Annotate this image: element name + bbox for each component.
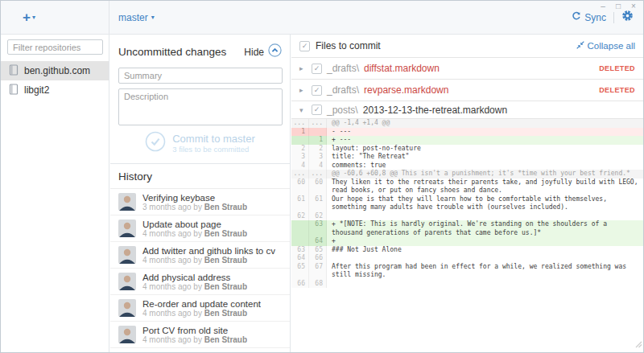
- repo-icon: [9, 64, 19, 78]
- diff-line: 3 3 title: "The Retreat": [291, 153, 643, 162]
- toolbar: + ▾ master ▾ Sync: [1, 1, 643, 35]
- changes-panel: ✓ Files to commit Collapse all ▸ ✓ _draf…: [291, 35, 643, 352]
- settings-button[interactable]: [621, 10, 634, 25]
- commit-title: Verifying keybase: [142, 193, 247, 203]
- history-section: History Verifying keybase 3 months ago b…: [110, 163, 290, 352]
- commit-text: Add headshot for public consumption 5 mo…: [142, 352, 282, 353]
- avatar: [118, 246, 136, 264]
- diff-new-line-number: 65: [309, 246, 327, 255]
- commit-when: 4 months ago by: [142, 282, 202, 291]
- file-status-badge: DELETED: [599, 64, 635, 72]
- window-controls: – □ ×: [599, 2, 638, 11]
- diff-new-line-number: 1: [309, 136, 327, 145]
- diff-line: 64 +: [291, 237, 643, 246]
- sidebar-repository-item[interactable]: ben.github.com: [1, 61, 109, 80]
- toolbar-center: master ▾: [109, 1, 291, 34]
- file-checkbox[interactable]: ✓: [312, 105, 322, 115]
- branch-selector[interactable]: master ▾: [118, 12, 155, 23]
- sidebar-repository-item[interactable]: libgit2: [1, 80, 109, 100]
- commit-meta: 4 months ago by Ben Straub: [142, 229, 247, 238]
- file-status-badge: DELETED: [599, 86, 635, 94]
- diff-line-text: @@ -1,4 +1,4 @@: [327, 119, 643, 128]
- diff-old-line-number: 61: [291, 195, 309, 212]
- toolbar-left: + ▾: [1, 1, 109, 34]
- commit-button-subtext: 3 files to be committed: [172, 145, 249, 154]
- history-item[interactable]: Add twitter and github links to cv 4 mon…: [110, 242, 290, 269]
- add-repository-button[interactable]: + ▾: [23, 12, 35, 23]
- close-icon[interactable]: ×: [630, 2, 638, 11]
- diff-new-line-number: 2: [309, 145, 327, 154]
- commit-meta: 3 months ago by Ben Straub: [142, 203, 247, 211]
- file-row[interactable]: ▸ ✓ _drafts\ revparse.markdown DELETED: [291, 80, 643, 101]
- history-item[interactable]: Re-order and update content 4 months ago…: [110, 295, 290, 322]
- diff-line: 62 62: [291, 212, 643, 221]
- diff-new-line-number: 3: [309, 153, 327, 162]
- file-name: diffstat.markdown: [364, 63, 440, 74]
- commit-author: Ben Straub: [204, 203, 247, 211]
- uncommitted-changes-header: Uncommitted changes Hide: [110, 35, 290, 68]
- toolbar-right: Sync: [291, 1, 643, 34]
- file-list: ▸ ✓ _drafts\ diffstat.markdown DELETED ▸…: [291, 58, 643, 119]
- history-item[interactable]: Add headshot for public consumption 5 mo…: [110, 348, 290, 352]
- diff-old-line-number: 66: [291, 280, 309, 289]
- repository-sidebar: ben.github.com libgit2: [1, 35, 109, 352]
- history-item[interactable]: Port CV from old site 4 months ago by Be…: [110, 322, 290, 348]
- diff-new-line-number: 61: [309, 195, 327, 212]
- commit-author: Ben Straub: [204, 256, 247, 265]
- repository-list: ben.github.com libgit2: [1, 61, 109, 100]
- diff-old-line-number: 62: [291, 212, 309, 221]
- diff-line-text: They liken it to the retreats their pare…: [327, 179, 643, 195]
- diff-line-text: After this program had been in effect fo…: [327, 263, 643, 280]
- file-checkbox[interactable]: ✓: [312, 64, 322, 74]
- minimize-icon[interactable]: –: [599, 2, 607, 11]
- diff-line: 64 66: [291, 254, 643, 263]
- diff-old-line-number: 65: [291, 263, 309, 280]
- expander-icon[interactable]: ▸: [299, 86, 307, 94]
- commit-when: 4 months ago by: [142, 335, 202, 344]
- hide-button[interactable]: Hide: [244, 43, 282, 60]
- diff-line-text: title: "The Retreat": [327, 153, 643, 162]
- diff-line: 61 61 Our hope is that they will learn h…: [291, 195, 643, 212]
- plus-icon: +: [23, 12, 31, 23]
- sync-button[interactable]: Sync: [572, 11, 606, 23]
- diff-line-text: Our hope is that they will learn how to …: [327, 195, 643, 212]
- commit-to-master-button[interactable]: Commit to master 3 files to be committed: [118, 130, 282, 156]
- history-item[interactable]: Add physical address 4 months ago by Ben…: [110, 269, 290, 295]
- avatar: [118, 299, 136, 317]
- diff-line-text: comments: true: [327, 162, 643, 170]
- diff-new-line-number: 60: [309, 179, 327, 195]
- diff-line-text: [327, 212, 643, 221]
- gear-icon: [621, 10, 634, 25]
- diff-line-text: layout: post-no-feature: [327, 145, 643, 154]
- file-name: 2013-12-13-the-retreat.markdown: [363, 105, 507, 116]
- file-row[interactable]: ▾ ✓ _posts\ 2013-12-13-the-retreat.markd…: [291, 101, 643, 119]
- diff-new-line-number: ...: [309, 119, 327, 128]
- diff-line: 4 4 comments: true: [291, 162, 643, 170]
- diff-old-line-number: 63: [291, 246, 309, 255]
- chevron-up-circle-icon: [268, 43, 282, 60]
- toolbar-divider: [613, 12, 614, 23]
- files-to-commit-header: ✓ Files to commit Collapse all: [291, 35, 643, 58]
- resize-grip[interactable]: [634, 337, 642, 351]
- repo-icon: [9, 84, 19, 97]
- maximize-icon[interactable]: □: [614, 2, 622, 11]
- commit-description-input[interactable]: [118, 88, 283, 125]
- expander-icon[interactable]: ▾: [299, 106, 307, 114]
- history-item[interactable]: Verifying keybase 3 months ago by Ben St…: [110, 189, 290, 215]
- file-row[interactable]: ▸ ✓ _drafts\ diffstat.markdown DELETED: [291, 58, 643, 80]
- files-to-commit-title: Files to commit: [316, 40, 381, 51]
- repository-name: ben.github.com: [24, 65, 90, 76]
- diff-line-text: ### Not Just Alone: [327, 246, 643, 255]
- select-all-checkbox[interactable]: ✓: [299, 41, 310, 51]
- commit-author: Ben Straub: [204, 229, 247, 238]
- filter-repositories-input[interactable]: [7, 39, 103, 55]
- collapse-all-button[interactable]: Collapse all: [576, 41, 635, 51]
- commit-summary-input[interactable]: [118, 68, 283, 84]
- expander-icon[interactable]: ▸: [299, 64, 307, 72]
- history-item[interactable]: Update about page 4 months ago by Ben St…: [110, 215, 290, 242]
- file-checkbox[interactable]: ✓: [312, 85, 322, 96]
- commit-text: Port CV from old site 4 months ago by Be…: [142, 326, 247, 344]
- diff-old-line-number: 64: [291, 254, 309, 263]
- diff-new-line-number: 4: [309, 162, 327, 170]
- commit-author: Ben Straub: [204, 335, 247, 344]
